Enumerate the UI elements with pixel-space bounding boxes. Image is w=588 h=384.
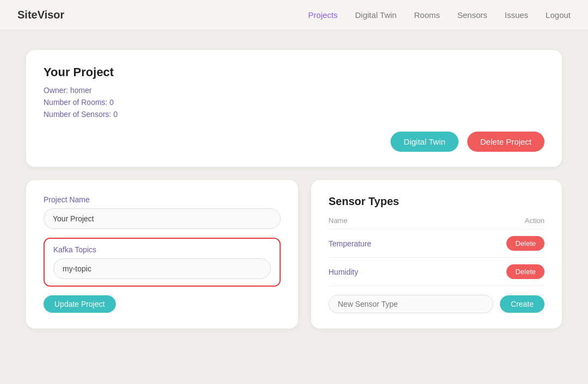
col-action-header: Action <box>443 216 544 230</box>
owner-info: Owner: homer <box>44 86 544 95</box>
col-name-header: Name <box>329 216 443 230</box>
main-nav: Projects Digital Twin Rooms Sensors Issu… <box>308 10 571 20</box>
sensor-types-card: Sensor Types Name Action Temperature Del… <box>311 180 562 329</box>
sensor-action-cell: Delete <box>443 258 544 286</box>
sensor-action-cell: Delete <box>443 230 544 258</box>
delete-project-button[interactable]: Delete Project <box>467 132 544 152</box>
nav-rooms[interactable]: Rooms <box>414 10 440 20</box>
project-actions: Digital Twin Delete Project <box>44 132 544 152</box>
lower-row: Project Name Kafka Topics Update Project… <box>26 180 562 329</box>
create-sensor-button[interactable]: Create <box>500 295 544 313</box>
table-row: Temperature Delete <box>329 230 544 258</box>
nav-logout[interactable]: Logout <box>546 10 571 20</box>
digital-twin-button[interactable]: Digital Twin <box>391 132 458 152</box>
kafka-topics-label: Kafka Topics <box>53 245 271 254</box>
nav-projects[interactable]: Projects <box>308 10 338 20</box>
project-summary-card: Your Project Owner: homer Number of Room… <box>26 50 562 167</box>
project-name-label: Project Name <box>44 195 281 204</box>
project-name-input[interactable] <box>44 208 281 229</box>
sensor-types-table: Name Action Temperature Delete Humidity … <box>329 216 544 286</box>
nav-digital-twin[interactable]: Digital Twin <box>355 10 397 20</box>
new-sensor-type-input[interactable] <box>329 295 493 313</box>
new-sensor-row: Create <box>329 295 544 313</box>
project-form-card: Project Name Kafka Topics Update Project <box>26 180 298 329</box>
sensor-name-cell: Temperature <box>329 230 443 258</box>
header: SiteVisor Projects Digital Twin Rooms Se… <box>0 0 588 30</box>
nav-sensors[interactable]: Sensors <box>457 10 487 20</box>
delete-sensor-button-1[interactable]: Delete <box>506 264 544 279</box>
delete-sensor-button-0[interactable]: Delete <box>506 236 544 251</box>
kafka-topics-box: Kafka Topics <box>44 238 281 287</box>
rooms-info: Number of Rooms: 0 <box>44 98 544 107</box>
project-title: Your Project <box>44 65 544 79</box>
kafka-topics-input[interactable] <box>53 258 271 279</box>
nav-issues[interactable]: Issues <box>505 10 528 20</box>
sensors-info: Number of Sensors: 0 <box>44 110 544 119</box>
update-project-button[interactable]: Update Project <box>44 295 116 313</box>
sensor-name-cell: Humidity <box>329 258 443 286</box>
logo: SiteVisor <box>17 9 64 21</box>
table-row: Humidity Delete <box>329 258 544 286</box>
sensor-types-title: Sensor Types <box>329 195 544 208</box>
main-content: Your Project Owner: homer Number of Room… <box>0 30 588 348</box>
